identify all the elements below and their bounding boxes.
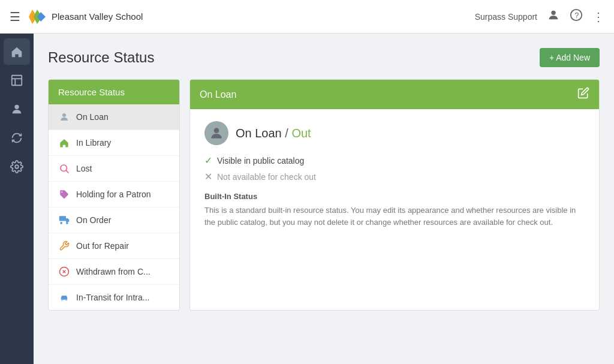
main-content: Resource Status + Add New Resource Statu…	[34, 34, 614, 364]
sidebar-item-settings[interactable]	[4, 154, 30, 180]
app-logo	[28, 7, 47, 26]
svg-point-18	[66, 222, 68, 224]
page-header: Resource Status + Add New	[48, 48, 600, 67]
svg-rect-15	[59, 216, 66, 221]
svg-point-11	[62, 113, 66, 117]
svg-point-3	[551, 11, 555, 15]
x-mark-icon: ✕	[204, 171, 212, 182]
built-in-section: Built-In Status This is a standard built…	[204, 192, 585, 228]
right-panel-body: On Loan / Out ✓ Visible in public catalo…	[190, 109, 599, 240]
not-available-text: Not available for check out	[217, 172, 316, 182]
tag-icon	[58, 188, 70, 200]
sidebar-item-home[interactable]	[4, 38, 30, 65]
status-label-on-order: On Order	[76, 215, 111, 225]
right-panel: On Loan On Loan / Out ✓ Vi	[189, 79, 600, 311]
sidebar	[0, 34, 34, 364]
status-item-withdrawn[interactable]: Withdrawn from C...	[49, 259, 179, 285]
status-label-withdrawn: Withdrawn from C...	[76, 267, 151, 276]
left-panel-header: Resource Status	[49, 80, 179, 104]
status-label-in-library: In Library	[76, 138, 111, 148]
status-label-in-transit: In-Transit for Intra...	[76, 293, 149, 302]
x-circle-icon	[58, 266, 70, 278]
user-icon[interactable]	[547, 8, 560, 25]
person-icon	[58, 111, 70, 123]
status-label-on-loan: On Loan	[76, 112, 109, 122]
status-list: On Loan In Library Lost	[49, 104, 179, 310]
built-in-desc: This is a standard built-in resource sta…	[204, 204, 585, 228]
sidebar-item-patrons[interactable]	[4, 96, 30, 122]
svg-line-13	[66, 170, 68, 173]
truck-icon	[58, 214, 70, 226]
car-icon	[58, 291, 70, 303]
right-panel-title: On Loan	[200, 89, 236, 100]
add-new-button[interactable]: + Add New	[540, 48, 600, 67]
svg-point-10	[15, 165, 19, 169]
more-options-icon[interactable]: ⋮	[592, 10, 604, 24]
status-person-icon	[204, 121, 228, 145]
status-item-in-transit[interactable]: In-Transit for Intra...	[49, 285, 179, 310]
svg-rect-6	[12, 76, 22, 86]
svg-point-23	[65, 299, 67, 300]
edit-icon[interactable]	[577, 87, 589, 102]
status-item-on-order[interactable]: On Order	[49, 207, 179, 233]
sidebar-item-catalog[interactable]	[4, 67, 30, 94]
status-item-on-loan[interactable]: On Loan	[49, 104, 179, 130]
visible-catalog-text: Visible in public catalog	[217, 156, 304, 166]
status-display-name: On Loan / Out	[236, 127, 311, 140]
checkmark-icon: ✓	[204, 155, 212, 166]
visible-catalog-row: ✓ Visible in public catalog	[204, 155, 585, 166]
menu-icon[interactable]: ☰	[10, 10, 20, 24]
top-navigation: ☰ Pleasant Valley School Surpass Support…	[0, 0, 614, 34]
wrench-icon	[58, 240, 70, 252]
status-label-holding: Holding for a Patron	[76, 189, 151, 199]
status-item-repair[interactable]: Out for Repair	[49, 233, 179, 259]
page-title: Resource Status	[48, 49, 154, 66]
school-name: Pleasant Valley School	[52, 11, 143, 22]
home-icon	[58, 137, 70, 149]
content-area: Resource Status On Loan In Library	[48, 79, 600, 311]
help-icon[interactable]: ?	[570, 8, 583, 25]
svg-text:?: ?	[574, 11, 579, 20]
status-title-row: On Loan / Out	[204, 121, 585, 145]
left-panel: Resource Status On Loan In Library	[48, 79, 180, 311]
status-label-repair: Out for Repair	[76, 241, 129, 251]
svg-marker-16	[66, 218, 69, 222]
status-item-holding[interactable]: Holding for a Patron	[49, 182, 179, 207]
status-item-lost[interactable]: Lost	[49, 156, 179, 182]
support-name: Surpass Support	[475, 12, 537, 22]
svg-point-24	[214, 128, 219, 133]
svg-point-22	[62, 299, 63, 300]
search-icon	[58, 163, 70, 175]
svg-point-12	[61, 165, 67, 172]
svg-point-17	[60, 222, 62, 224]
status-label-lost: Lost	[76, 164, 92, 173]
sidebar-item-circulation[interactable]	[4, 125, 30, 151]
logo-area: Pleasant Valley School	[28, 7, 143, 26]
svg-point-14	[61, 191, 62, 192]
not-available-row: ✕ Not available for check out	[204, 171, 585, 182]
right-panel-header: On Loan	[190, 80, 599, 109]
built-in-title: Built-In Status	[204, 192, 585, 201]
status-item-in-library[interactable]: In Library	[49, 130, 179, 156]
svg-point-9	[14, 105, 19, 109]
topnav-right: Surpass Support ? ⋮	[475, 8, 604, 25]
